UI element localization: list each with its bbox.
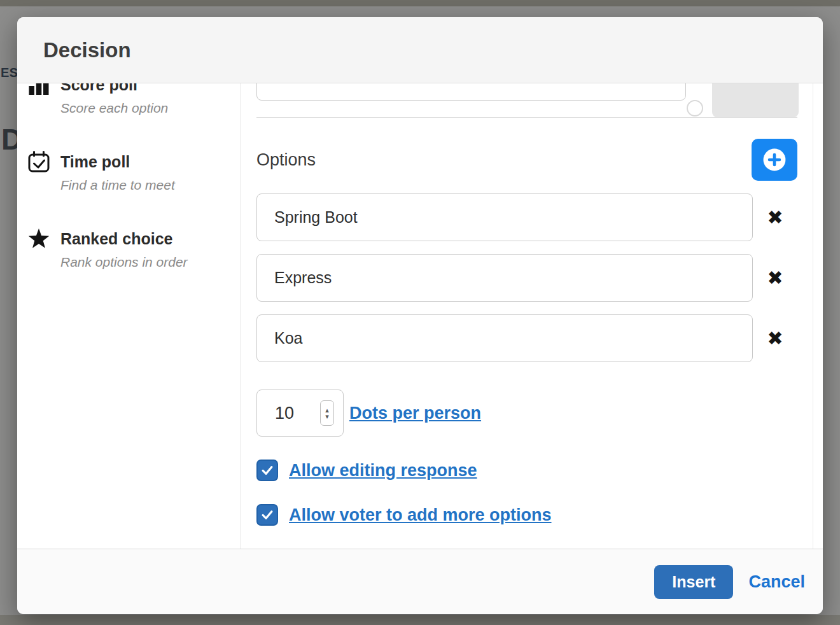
modal-body: Score poll Score each option Time poll [17, 83, 823, 549]
modal-header: Decision [17, 17, 823, 83]
cancel-button[interactable]: Cancel [748, 572, 805, 592]
plus-circle-icon [762, 148, 787, 172]
sidebar-item-description: Score each option [60, 101, 241, 116]
option-input[interactable] [256, 254, 753, 302]
modal-title: Decision [43, 38, 131, 62]
x-icon: ✖ [767, 329, 783, 348]
allow-editing-label[interactable]: Allow editing response [289, 461, 477, 481]
allow-add-options-label[interactable]: Allow voter to add more options [289, 505, 552, 525]
x-icon: ✖ [767, 269, 783, 288]
partial-button[interactable] [712, 83, 799, 118]
allow-add-options-checkbox[interactable] [256, 504, 278, 526]
sidebar-item-label: Score poll [60, 83, 137, 94]
remove-option-button[interactable]: ✖ [753, 269, 797, 288]
stepper-down-icon[interactable]: ▾ [325, 413, 329, 419]
bar-chart-icon [26, 83, 52, 96]
sidebar-item-label: Ranked choice [60, 230, 172, 248]
check-icon [259, 507, 276, 523]
sidebar-item-description: Rank options in order [60, 255, 241, 270]
sidebar-item-score-poll[interactable]: Score poll Score each option [26, 83, 241, 116]
toggle-knob-partial [687, 100, 703, 116]
option-row: ✖ [256, 314, 797, 362]
poll-settings-panel: Options ✖ [241, 83, 813, 549]
sidebar-item-ranked-choice[interactable]: Ranked choice Rank options in order [26, 225, 241, 270]
question-input[interactable] [256, 83, 686, 101]
sidebar-item-row: Score poll [26, 83, 241, 99]
window-bottom-edge [0, 615, 840, 625]
dots-per-person-link[interactable]: Dots per person [349, 404, 481, 423]
dots-count-input[interactable]: 10 ▴ ▾ [256, 390, 344, 437]
number-stepper[interactable]: ▴ ▾ [320, 400, 334, 426]
modal-footer: Insert Cancel [17, 549, 823, 614]
decision-modal: Decision Score poll Score each option [17, 17, 823, 614]
sidebar-item-time-poll[interactable]: Time poll Find a time to meet [26, 148, 241, 193]
option-row: ✖ [256, 193, 797, 241]
dots-per-person-row: 10 ▴ ▾ Dots per person [256, 390, 797, 437]
sidebar-item-description: Find a time to meet [60, 178, 241, 193]
calendar-check-icon [26, 150, 52, 173]
remove-option-button[interactable]: ✖ [753, 329, 797, 348]
check-icon [259, 462, 276, 479]
section-divider [256, 117, 797, 118]
sidebar-item-row: Ranked choice [26, 225, 241, 253]
x-icon: ✖ [767, 208, 783, 227]
options-label: Options [256, 150, 316, 170]
poll-type-sidebar: Score poll Score each option Time poll [17, 83, 241, 549]
options-header: Options [256, 139, 797, 181]
sidebar-item-label: Time poll [60, 153, 130, 171]
remove-option-button[interactable]: ✖ [753, 208, 797, 227]
allow-add-options-row: Allow voter to add more options [256, 504, 797, 526]
option-input[interactable] [256, 314, 753, 362]
allow-editing-row: Allow editing response [256, 460, 797, 481]
star-icon [26, 227, 52, 250]
option-input[interactable] [256, 193, 753, 241]
sidebar-item-row: Time poll [26, 148, 241, 176]
add-option-button[interactable] [752, 139, 797, 181]
allow-editing-checkbox[interactable] [256, 460, 278, 481]
option-row: ✖ [256, 254, 797, 302]
dots-count-value: 10 [275, 404, 294, 423]
question-row-cropped [256, 83, 797, 118]
window-top-edge [0, 0, 840, 6]
insert-button[interactable]: Insert [654, 565, 733, 599]
